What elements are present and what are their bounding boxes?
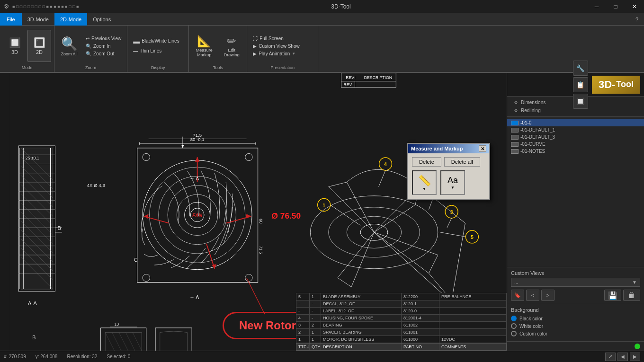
previous-view-button[interactable]: ↩ Previous View (83, 35, 124, 42)
bg-black-radio[interactable] (511, 316, 517, 321)
ribbon-group-mode: 🔲 3D 🔳 2D Mode (0, 26, 54, 72)
layer-2-icon (511, 135, 519, 140)
custom-views-section: Custom Views ... ▼ 🔖 < > 💾 🗑 (507, 267, 644, 304)
delete-all-button[interactable]: Delete all (444, 157, 480, 167)
background-title: Background (511, 307, 640, 313)
redlining-row[interactable]: ⚙ Redlining (510, 106, 641, 115)
prev-page-button[interactable]: ◀ (617, 353, 628, 361)
svg-text:13: 13 (115, 322, 119, 327)
zoom-in-button[interactable]: 🔍 Zoom In (83, 43, 124, 50)
menubar: File 3D-Mode 2D-Mode Options ? (0, 13, 644, 26)
bg-white-row[interactable]: White color (511, 323, 640, 329)
app-title: 3D-Tool (95, 3, 587, 10)
svg-text:4: 4 (384, 161, 387, 167)
svg-text:C: C (134, 257, 138, 263)
svg-text:60: 60 (259, 219, 264, 224)
menu-help[interactable]: ? (630, 13, 644, 26)
svg-text:71,5: 71,5 (259, 246, 263, 254)
play-animation-button[interactable]: ▶ Play Animation ▼ (250, 50, 315, 57)
panel-tools-section: ⚙ Dimensions ⚙ Redlining (507, 97, 644, 117)
bg-black-row[interactable]: Black color (511, 316, 640, 321)
statusbar: x: 270.509 y: 264.008 Resolution: 32 Sel… (0, 351, 644, 362)
panel-icon-1[interactable]: 🔧 (573, 61, 588, 76)
menu-2d-mode[interactable]: 2D-Mode (54, 13, 87, 26)
panel-icon-2[interactable]: 📋 (573, 77, 588, 92)
presentation-options: ⛶ Full Screen ▶ Custom View Show ▶ Play … (250, 27, 315, 64)
zoom-out-icon: 🔍 (86, 51, 91, 56)
redlining-icon: ⚙ (514, 108, 518, 113)
cv-prev-button[interactable]: < (526, 290, 539, 301)
layer-1-item[interactable]: -01-DEFAULT_1 (507, 126, 644, 133)
resolution: Resolution: 32 (67, 354, 97, 359)
selected-count: Selected: 0 (107, 354, 130, 359)
text-tool-button[interactable]: Aa ▼ (440, 170, 465, 195)
custom-views-title: Custom Views (511, 270, 640, 276)
bom-area: 5 1 BLADE ASSEMBLY 812200 PRE-BALANCE - … (296, 293, 507, 351)
layer-3-item[interactable]: -01-CURVE (507, 141, 644, 148)
text-tool-icon: Aa ▼ (447, 176, 458, 190)
menu-3d-mode[interactable]: 3D-Mode (22, 13, 54, 26)
edit-icon: ✏ (227, 35, 236, 48)
bom-row-5: 5 1 BLADE ASSEMBLY 812200 PRE-BALANCE (296, 293, 507, 300)
fit-button[interactable]: ⤢ (605, 353, 616, 361)
dialog-close-button[interactable]: ✕ (479, 145, 486, 152)
menu-options[interactable]: Options (87, 13, 116, 26)
2d-icon: 🔳 (34, 37, 45, 48)
layer-tree: -01-0 -01-DEFAULT_1 -01-DEFAULT_3 -01-CU… (507, 117, 644, 157)
mode-2d-button[interactable]: 🔳 2D (27, 30, 51, 62)
layer-0-item[interactable]: -01-0 (507, 119, 644, 126)
zoom-out-button[interactable]: 🔍 Zoom Out (83, 50, 124, 57)
thin-lines-button[interactable]: ─ Thin Lines (130, 46, 186, 56)
svg-text:5: 5 (471, 234, 474, 240)
bw-lines-icon: ▬ (133, 37, 140, 45)
mode-3d-button[interactable]: 🔲 3D (3, 30, 27, 62)
layer-1-icon (511, 128, 519, 132)
cv-delete-button[interactable]: 🗑 (623, 290, 640, 301)
measure-tool-button[interactable]: 📏 ▼ (412, 170, 437, 195)
black-white-lines-button[interactable]: ▬ Black/White Lines (130, 36, 186, 46)
dropdown-arrow-icon: ▼ (632, 280, 637, 285)
edit-drawing-button[interactable]: ✏ Edit Drawing (219, 30, 244, 62)
dimensions-row[interactable]: ⚙ Dimensions (510, 98, 641, 106)
zoom-in-icon: 🔍 (86, 44, 91, 49)
delete-button[interactable]: Delete (412, 157, 441, 167)
zoom-all-button[interactable]: 🔍 Zoom All (57, 30, 81, 62)
custom-view-show-button[interactable]: ▶ Custom View Show (250, 43, 315, 50)
measure-markup-dialog: Measure and Markup ✕ Delete Delete all 📏… (407, 143, 490, 200)
custom-view-icon: ▶ (253, 44, 257, 49)
cv-next-button[interactable]: > (541, 290, 555, 301)
bg-white-radio[interactable] (511, 323, 517, 329)
drawing-area[interactable]: A-A B (0, 73, 507, 351)
main-content: A-A B (0, 73, 644, 351)
dimensions-icon: ⚙ (514, 100, 518, 105)
custom-views-dropdown[interactable]: ... ▼ (511, 278, 640, 287)
bom-row-4: 4 - HOUSING, FOUR SPOKE 812001-4 (296, 315, 507, 322)
svg-text:Ø 76.50: Ø 76.50 (271, 211, 301, 221)
close-button[interactable]: ✕ (625, 0, 644, 13)
background-section: Background Black color White color Custo… (507, 304, 644, 341)
menu-file[interactable]: File (0, 13, 22, 26)
minimize-button[interactable]: ─ (587, 0, 606, 13)
bg-custom-radio[interactable] (511, 331, 517, 336)
restore-button[interactable]: □ (606, 0, 625, 13)
layer-2-item[interactable]: -01-DEFAULT_3 (507, 133, 644, 141)
ribbon-group-presentation: ⛶ Full Screen ▶ Custom View Show ▶ Play … (247, 26, 318, 72)
layer-4-icon (511, 149, 519, 154)
cv-save-button[interactable]: 💾 (604, 290, 621, 301)
cv-icon-btn[interactable]: 🔖 (511, 290, 524, 301)
thin-lines-icon: ─ (133, 47, 138, 55)
bom-row-dash2: - - LABEL, 812_OF 8120-0 (296, 308, 507, 315)
svg-text:FAN: FAN (192, 212, 203, 218)
bom-row-2: 2 1 SPACER, BEARING 611001 (296, 329, 507, 336)
layer-4-item[interactable]: -01-NOTES (507, 148, 644, 155)
logo-box: 3D-Tool (592, 76, 640, 94)
status-indicator (635, 344, 640, 349)
next-page-button[interactable]: ▶ (630, 353, 640, 361)
measure-markup-button[interactable]: 📐 Measure Markup (192, 30, 216, 62)
bg-custom-row[interactable]: Custom color (511, 331, 640, 336)
panel-logo: 🔧 📋 🔲 3D-Tool (507, 73, 644, 97)
logo-tool: Tool (616, 79, 634, 89)
right-panel: 🔧 📋 🔲 3D-Tool ⚙ Dimensions ⚙ Redlining (507, 73, 644, 351)
zoom-options: ↩ Previous View 🔍 Zoom In 🔍 Zoom Out (83, 35, 124, 57)
full-screen-button[interactable]: ⛶ Full Screen (250, 35, 315, 42)
